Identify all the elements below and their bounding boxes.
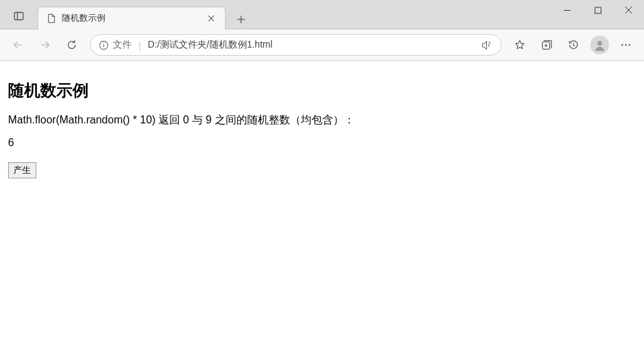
info-icon[interactable] <box>99 40 109 50</box>
generate-button[interactable]: 产生 <box>8 162 36 178</box>
favorites-icon[interactable] <box>507 32 533 58</box>
file-icon <box>46 13 56 23</box>
refresh-button[interactable] <box>59 32 85 58</box>
svg-point-20 <box>598 41 602 46</box>
address-bar[interactable]: 文件 | D:/测试文件夹/随机数例1.html <box>90 34 502 56</box>
browser-toolbar: 文件 | D:/测试文件夹/随机数例1.html <box>0 30 644 61</box>
window-titlebar: 随机数示例 <box>0 0 644 30</box>
tab-actions-icon[interactable] <box>5 3 32 30</box>
svg-point-14 <box>103 43 104 44</box>
new-tab-button[interactable] <box>231 9 251 30</box>
svg-line-15 <box>488 42 490 44</box>
svg-point-23 <box>629 44 630 46</box>
close-window-button[interactable] <box>613 0 644 20</box>
page-description: Math.floor(Math.random() * 10) 返回 0 与 9 … <box>8 113 636 127</box>
history-icon[interactable] <box>561 32 586 58</box>
close-tab-icon[interactable] <box>205 13 217 25</box>
tab-title: 随机数示例 <box>62 13 199 24</box>
back-button[interactable] <box>5 32 31 58</box>
toolbar-right <box>507 32 639 58</box>
address-separator: | <box>138 40 141 51</box>
maximize-button[interactable] <box>582 0 613 20</box>
random-result: 6 <box>8 137 636 149</box>
browser-tab[interactable]: 随机数示例 <box>38 7 226 30</box>
collections-icon[interactable] <box>534 32 559 58</box>
read-aloud-icon[interactable] <box>477 40 496 51</box>
more-icon[interactable] <box>613 32 639 58</box>
page-viewport: 随机数示例 Math.floor(Math.random() * 10) 返回 … <box>0 61 644 189</box>
svg-point-22 <box>625 44 627 46</box>
svg-rect-7 <box>595 7 601 13</box>
address-url: D:/测试文件夹/随机数例1.html <box>148 39 473 51</box>
forward-button[interactable] <box>32 32 58 58</box>
svg-rect-0 <box>15 13 24 20</box>
svg-point-21 <box>621 44 623 46</box>
tab-strip: 随机数示例 <box>0 0 251 30</box>
profile-avatar[interactable] <box>590 36 609 54</box>
address-scheme-label: 文件 <box>113 39 132 51</box>
window-controls <box>551 0 644 23</box>
page-heading: 随机数示例 <box>8 80 636 101</box>
minimize-button[interactable] <box>551 0 582 20</box>
